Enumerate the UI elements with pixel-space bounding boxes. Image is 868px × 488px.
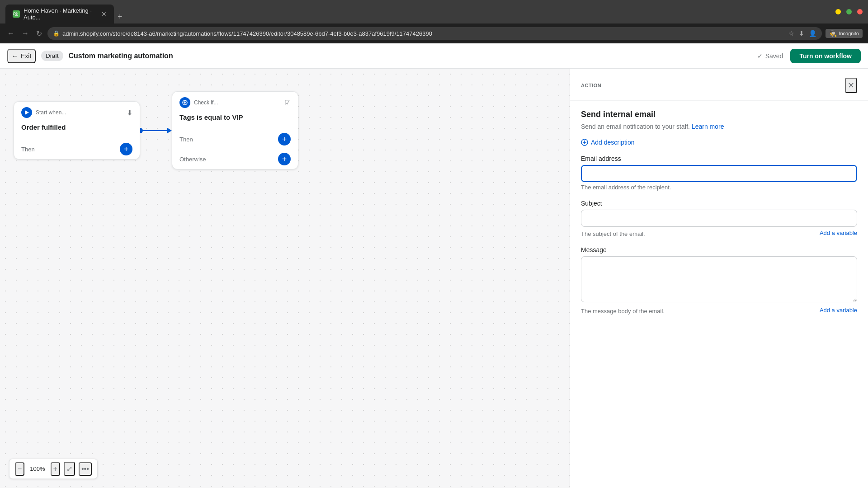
main-layout: Start when... ⬇ Order fulfilled Then + [0,69,868,488]
browser-chrome: 🛍 Home Haven · Marketing · Auto... ✕ + [0,0,868,23]
panel-close-button[interactable]: ✕ [845,78,857,93]
download-icon[interactable]: ⬇ [799,30,804,37]
incognito-label: Incognito [839,31,859,36]
forward-button[interactable]: → [20,28,31,39]
workflow-area: Start when... ⬇ Order fulfilled Then + [14,91,298,169]
arrow-head [167,128,172,133]
address-bar-row: ← → ↻ 🔒 admin.shopify.com/store/de8143-a… [0,23,868,43]
exit-arrow-icon: ← [12,52,18,60]
message-add-variable-link[interactable]: Add a variable [820,307,857,314]
email-address-label: Email address [581,155,857,162]
email-address-input[interactable] [581,165,857,182]
start-when-label: Start when... [36,109,127,116]
otherwise-add-button[interactable]: + [278,153,291,165]
profile-icon[interactable]: 👤 [809,30,816,37]
more-options-button[interactable]: ••• [79,462,92,476]
check-if-label: Check if... [194,99,284,106]
order-fulfilled-label: Order fulfilled [21,123,66,131]
zoom-out-button[interactable]: − [15,462,24,476]
tab-favicon: 🛍 [13,10,20,18]
check-then-add-button[interactable]: + [278,133,291,145]
minimize-button[interactable] [835,9,841,14]
exit-label: Exit [21,52,31,60]
turn-on-workflow-button[interactable]: Turn on workflow [790,49,861,63]
saved-indicator: ✓ Saved [757,52,783,60]
start-when-node[interactable]: Start when... ⬇ Order fulfilled Then + [14,101,140,160]
check-node-then-footer: Then + [172,129,298,149]
tab-title: Home Haven · Marketing · Auto... [24,7,98,21]
node-header: Start when... ⬇ [14,102,140,122]
message-group: Message The message body of the email. A… [581,246,857,314]
node-download-button[interactable]: ⬇ [127,108,132,117]
reload-button[interactable]: ↻ [34,28,44,40]
node-body: Order fulfilled [14,122,140,139]
maximize-button[interactable] [846,9,852,14]
subject-add-variable-link[interactable]: Add a variable [820,230,857,236]
address-bar[interactable]: 🔒 admin.shopify.com/store/de8143-a6/mark… [47,27,822,40]
subject-hint-row: The subject of the email. Add a variable [581,229,857,237]
add-step-button[interactable]: + [120,143,132,155]
zoom-level: 100% [28,465,47,472]
new-tab-button[interactable]: + [114,10,126,23]
message-label: Message [581,246,857,253]
subject-hint: The subject of the email. [581,230,645,237]
address-actions: ☆ ⬇ 👤 [788,30,816,37]
message-textarea[interactable] [581,256,857,302]
check-then-label: Then [179,136,193,143]
page-title: Custom marketing automation [69,52,173,60]
lock-icon: 🔒 [53,30,60,37]
check-node-body: Tags is equal to VIP [172,112,298,129]
panel-header: ACTION ✕ [570,69,868,101]
browser-tabs: 🛍 Home Haven · Marketing · Auto... ✕ + [5,0,126,23]
message-hint: The message body of the email. [581,308,665,314]
add-description-label: Add description [591,139,635,146]
arrow-line [140,130,167,131]
incognito-badge: 🕵 Incognito [826,29,863,38]
then-label: Then [21,146,35,153]
tags-condition-label: Tags is equal to VIP [179,113,243,121]
app-header: ← Exit Draft Custom marketing automation… [0,43,868,69]
otherwise-row: Otherwise + [172,149,298,169]
check-if-node[interactable]: Check if... ☑ Tags is equal to VIP Then … [172,91,298,169]
saved-check-icon: ✓ [757,52,763,60]
panel-body: Send internal email Send an email notifi… [570,101,868,488]
learn-more-link[interactable]: Learn more [692,123,724,130]
check-node-header: Check if... ☑ [172,92,298,112]
tab-close-button[interactable]: ✕ [101,10,107,18]
panel-description: Send an email notification to your staff… [581,122,857,131]
message-hint-row: The message body of the email. Add a var… [581,306,857,314]
address-text: admin.shopify.com/store/de8143-a6/market… [62,30,782,37]
window-controls [835,9,863,14]
condition-icon [179,97,190,108]
add-description-button[interactable]: Add description [581,139,635,146]
saved-label: Saved [765,52,783,60]
arrow-connector [140,128,172,133]
action-panel: ACTION ✕ Send internal email Send an ema… [570,69,868,488]
check-node-action-button[interactable]: ☑ [284,99,291,107]
draft-badge: Draft [41,51,63,61]
workflow-canvas[interactable]: Start when... ⬇ Order fulfilled Then + [0,69,570,488]
node-footer: Then + [14,139,140,159]
panel-title: Send internal email [581,110,857,119]
panel-description-text: Send an email notification to your staff… [581,123,690,130]
svg-marker-0 [25,110,29,115]
active-tab[interactable]: 🛍 Home Haven · Marketing · Auto... ✕ [5,5,114,23]
email-address-hint: The email address of the recipient. [581,184,857,191]
otherwise-label: Otherwise [179,156,206,163]
zoom-in-button[interactable]: + [51,462,60,476]
incognito-icon: 🕵 [829,30,837,37]
subject-group: Subject The subject of the email. Add a … [581,200,857,237]
email-address-group: Email address The email address of the r… [581,155,857,191]
back-button[interactable]: ← [5,28,16,39]
trigger-icon [21,107,32,118]
subject-input[interactable] [581,210,857,227]
header-right: ✓ Saved Turn on workflow [757,49,861,63]
canvas-toolbar: − 100% + ⤢ ••• [9,459,98,479]
fit-view-button[interactable]: ⤢ [64,462,75,476]
panel-section-label: ACTION [581,83,601,88]
bookmark-icon[interactable]: ☆ [788,30,794,37]
subject-label: Subject [581,200,857,207]
exit-button[interactable]: ← Exit [7,49,36,63]
close-button[interactable] [857,9,863,14]
